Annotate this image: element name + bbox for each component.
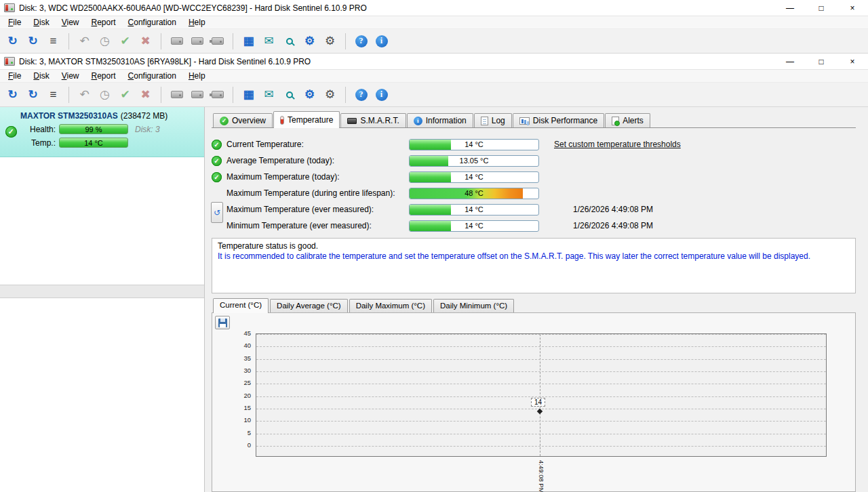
save-chart-button[interactable] (215, 316, 230, 329)
advanced-settings-icon[interactable]: ⚙ (321, 32, 339, 50)
disk-connection-icon[interactable] (208, 32, 226, 50)
refresh-icon[interactable]: ↻ (3, 32, 22, 50)
chart-tab-daily-maximum[interactable]: Daily Maximum (°C) (349, 299, 432, 312)
accept-disk-icon[interactable]: ✔ (116, 85, 134, 104)
window2-controls: — □ × (774, 54, 868, 69)
temperature-bar: 14 °C (409, 220, 539, 232)
gridline (256, 434, 826, 434)
eject-disk-icon[interactable] (167, 32, 186, 50)
schedule-icon[interactable]: ◷ (96, 32, 114, 50)
y-tick-label: 10 (243, 416, 251, 424)
email-icon[interactable]: ✉ (260, 32, 278, 50)
search-disk-icon[interactable] (280, 32, 298, 50)
menu-disk[interactable]: Disk (27, 70, 55, 82)
y-tick-label: 45 (243, 329, 251, 337)
menu-view[interactable]: View (56, 16, 85, 28)
alerts-icon (612, 117, 619, 125)
window1-controls: — □ × (774, 0, 868, 16)
window1-title: Disk: 3, WDC WD2500AAKX-60U6AA0 [WD-WCC2… (19, 3, 367, 13)
disk-tool-icon[interactable] (188, 85, 206, 104)
tab-overview[interactable]: ✓ Overview (213, 113, 273, 127)
refresh-warning-icon[interactable]: ↻ (24, 32, 42, 50)
chart-panel: 454035302520151050 14 4:49:08 PM (212, 312, 856, 492)
disk-number: Disk: 3 (135, 125, 160, 134)
close-button[interactable]: × (837, 0, 868, 16)
report-icon[interactable]: ≡ (44, 85, 62, 104)
close-button[interactable]: × (837, 54, 868, 69)
tab-temperature[interactable]: Temperature (273, 111, 340, 128)
menu-view[interactable]: View (56, 70, 85, 82)
email-icon[interactable]: ✉ (260, 85, 278, 104)
settings-icon[interactable]: ⚙ (300, 85, 319, 104)
toolbar-separator (345, 33, 346, 49)
menu-report[interactable]: Report (85, 16, 122, 28)
overview-check-icon: ✓ (220, 117, 229, 125)
chart-tab-daily-average[interactable]: Daily Average (°C) (270, 299, 348, 312)
chart-tab-current[interactable]: Current (°C) (213, 298, 269, 313)
maximize-button[interactable]: □ (806, 54, 837, 69)
tab-information[interactable]: i Information (407, 113, 473, 127)
menu-configuration[interactable]: Configuration (122, 16, 182, 28)
disk-icon (191, 37, 203, 45)
temperature-bar: 48 °C (409, 188, 539, 199)
disk-icon (171, 91, 183, 98)
menu-report[interactable]: Report (85, 70, 122, 82)
tab-log[interactable]: Log (474, 113, 512, 127)
temp-row-min-ever: Minimum Temperature (ever measured): 14 … (212, 218, 856, 234)
minimize-button[interactable]: — (774, 0, 806, 16)
tab-smart[interactable]: S.M.A.R.T. (340, 113, 406, 127)
detail-panel: ✓ Overview Temperature S.M.A.R.T. i Info… (205, 107, 868, 492)
report-grid-icon[interactable]: ▦ (239, 85, 258, 104)
y-tick-label: 20 (243, 392, 251, 399)
reject-disk-icon[interactable]: ✖ (136, 32, 155, 50)
tab-disk-performance[interactable]: Disk Performance (513, 113, 604, 127)
report-icon[interactable]: ≡ (44, 32, 62, 50)
reject-disk-icon[interactable]: ✖ (136, 85, 155, 104)
undo-icon[interactable]: ↶ (75, 85, 94, 104)
accept-disk-icon[interactable]: ✔ (116, 32, 134, 50)
disk-icon (171, 37, 183, 45)
temp-row-average: ✓ Average Temperature (today): 13.05 °C (212, 152, 856, 169)
disk-connection-icon[interactable] (208, 85, 226, 104)
y-tick-label: 40 (243, 342, 251, 349)
gridline (256, 384, 826, 384)
reset-minmax-button[interactable]: ↺ (211, 202, 223, 223)
undo-icon[interactable]: ↶ (75, 32, 94, 50)
menu-file[interactable]: File (2, 70, 27, 82)
schedule-icon[interactable]: ◷ (96, 85, 114, 104)
disk-list-item-selected[interactable]: ✓ MAXTOR STM3250310AS(238472 MB) Health:… (0, 107, 204, 157)
temperature-readings: ✓ Current Temperature: 14 °C ✓ Average T… (212, 128, 856, 234)
advanced-settings-icon[interactable]: ⚙ (321, 85, 339, 104)
report-grid-icon[interactable]: ▦ (239, 32, 258, 50)
menu-configuration[interactable]: Configuration (122, 70, 182, 82)
max-ever-date: 1/26/2026 4:49:08 PM (573, 205, 653, 214)
toolbar-separator (68, 87, 69, 103)
tab-alerts[interactable]: Alerts (605, 113, 650, 127)
chart-y-axis: 454035302520151050 (235, 333, 253, 457)
info-icon[interactable]: i (372, 32, 391, 50)
maximize-button[interactable]: □ (806, 0, 837, 16)
menu-disk[interactable]: Disk (27, 16, 55, 28)
eject-disk-icon[interactable] (167, 85, 186, 104)
help-icon[interactable]: ? (352, 32, 370, 50)
y-tick-label: 0 (248, 441, 251, 449)
chart-tab-daily-minimum[interactable]: Daily Minimum (°C) (433, 299, 514, 312)
window1-titlebar: Disk: 3, WDC WD2500AAKX-60U6AA0 [WD-WCC2… (0, 0, 868, 16)
minimize-button[interactable]: — (774, 54, 806, 69)
toolbar-separator (161, 87, 161, 103)
menu-help[interactable]: Help (182, 16, 212, 28)
menu-file[interactable]: File (2, 16, 27, 28)
set-custom-thresholds-link[interactable]: Set custom temperature thresholds (554, 140, 681, 149)
search-disk-icon[interactable] (280, 85, 298, 104)
thermometer-icon (280, 116, 284, 125)
refresh-warning-icon[interactable]: ↻ (24, 85, 42, 104)
info-icon[interactable]: i (372, 85, 391, 104)
help-icon[interactable]: ? (352, 85, 370, 104)
detail-tabbar: ✓ Overview Temperature S.M.A.R.T. i Info… (212, 110, 856, 128)
settings-icon[interactable]: ⚙ (300, 32, 319, 50)
refresh-icon[interactable]: ↻ (3, 85, 22, 104)
menu-help[interactable]: Help (182, 70, 212, 82)
temp-bar: 14 °C (59, 138, 128, 148)
disk-health-ok-icon: ✓ (5, 126, 17, 138)
disk-tool-icon[interactable] (188, 32, 206, 50)
